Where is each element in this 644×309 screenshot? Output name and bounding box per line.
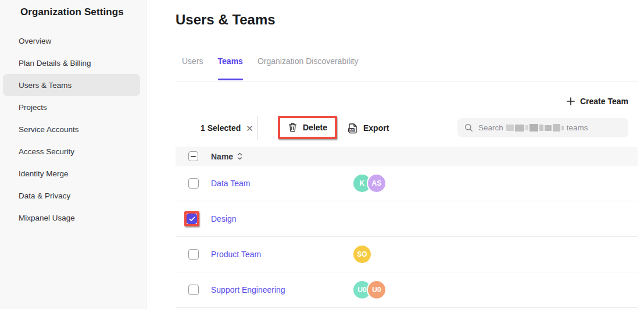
table-row: Data Team K AS bbox=[176, 166, 638, 201]
row-checkbox[interactable] bbox=[188, 285, 199, 295]
avatar-group: U0 U0 bbox=[353, 281, 385, 299]
toolbar-divider bbox=[257, 116, 258, 140]
redacted-text bbox=[506, 124, 564, 132]
sidebar-nav: Overview Plan Details & Billing Users & … bbox=[0, 30, 146, 229]
page-title: Users & Teams bbox=[176, 12, 276, 28]
sidebar-item-data-privacy[interactable]: Data & Privacy bbox=[3, 184, 140, 207]
tabs-divider bbox=[176, 81, 638, 81]
row-checkbox[interactable] bbox=[188, 178, 199, 189]
create-team-label: Create Team bbox=[580, 97, 628, 106]
sidebar-item-plan-details-billing[interactable]: Plan Details & Billing bbox=[3, 52, 140, 74]
export-button[interactable]: CSV Export bbox=[348, 116, 389, 140]
search-placeholder: Search teams bbox=[478, 123, 588, 132]
csv-file-icon: CSV bbox=[348, 123, 358, 134]
search-icon bbox=[464, 123, 473, 132]
svg-text:CSV: CSV bbox=[349, 129, 355, 132]
row-checkbox[interactable] bbox=[188, 249, 199, 260]
sidebar-item-mixpanel-usage[interactable]: Mixpanel Usage bbox=[3, 207, 140, 229]
sidebar-item-users-teams[interactable]: Users & Teams bbox=[3, 74, 140, 96]
team-name-link[interactable]: Product Team bbox=[211, 250, 261, 259]
annotation-highlight-checkbox bbox=[184, 211, 199, 226]
tab-bar: Users Teams Organization Discoverability bbox=[182, 56, 358, 66]
annotation-highlight-delete: Delete bbox=[278, 116, 337, 139]
tab-organization-discoverability[interactable]: Organization Discoverability bbox=[257, 56, 359, 66]
team-name-link[interactable]: Support Engineering bbox=[211, 285, 285, 294]
toolbar: 1 Selected ✕ Delete bbox=[146, 116, 644, 140]
team-name-link[interactable]: Data Team bbox=[211, 179, 250, 188]
delete-button[interactable]: Delete bbox=[280, 118, 335, 137]
tab-teams[interactable]: Teams bbox=[218, 56, 243, 66]
clear-selection-icon[interactable]: ✕ bbox=[246, 124, 253, 133]
table-row: Design bbox=[176, 201, 638, 237]
main-content: Users & Teams Users Teams Organization D… bbox=[146, 0, 644, 309]
row-checkbox-checked[interactable] bbox=[187, 214, 197, 224]
sidebar-item-identity-merge[interactable]: Identity Merge bbox=[3, 162, 140, 184]
avatar: AS bbox=[368, 175, 385, 192]
sort-icon[interactable] bbox=[237, 152, 242, 160]
create-team-button[interactable]: Create Team bbox=[567, 95, 628, 108]
avatar: SO bbox=[353, 246, 371, 263]
table-row: Support Engineering U0 U0 bbox=[176, 272, 638, 308]
teams-table: Name Data Team K AS bbox=[176, 147, 638, 308]
search-input[interactable]: Search teams bbox=[457, 118, 628, 137]
team-name-link[interactable]: Design bbox=[211, 214, 237, 223]
selection-chip: 1 Selected ✕ bbox=[201, 116, 253, 140]
sidebar: Organization Settings Overview Plan Deta… bbox=[0, 0, 146, 309]
sidebar-item-projects[interactable]: Projects bbox=[3, 96, 140, 118]
sidebar-item-access-security[interactable]: Access Security bbox=[3, 140, 140, 162]
sidebar-title: Organization Settings bbox=[20, 6, 124, 18]
trash-icon bbox=[288, 122, 298, 133]
tab-users[interactable]: Users bbox=[182, 56, 203, 66]
export-label: Export bbox=[363, 123, 389, 133]
avatar-group: K AS bbox=[353, 175, 385, 192]
plus-icon bbox=[567, 97, 575, 105]
delete-label: Delete bbox=[303, 123, 327, 132]
sidebar-item-service-accounts[interactable]: Service Accounts bbox=[3, 118, 140, 140]
table-row: Product Team SO bbox=[176, 237, 638, 272]
select-all-checkbox[interactable] bbox=[188, 151, 198, 161]
selected-count: 1 Selected bbox=[201, 123, 241, 133]
sidebar-item-overview[interactable]: Overview bbox=[3, 30, 140, 52]
avatar-group: SO bbox=[353, 246, 371, 263]
avatar: U0 bbox=[368, 281, 385, 299]
name-column-header: Name bbox=[211, 152, 233, 161]
table-header-row: Name bbox=[176, 147, 638, 166]
